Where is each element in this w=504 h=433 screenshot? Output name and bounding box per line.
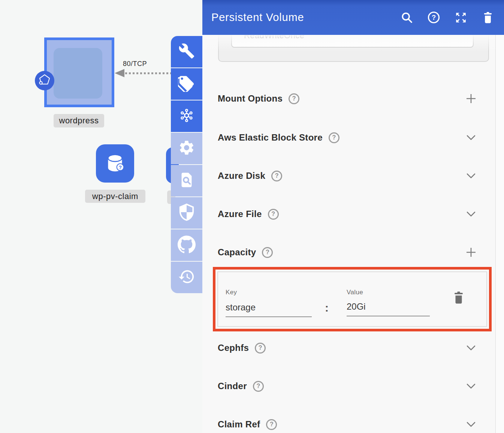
section-title: Cephfs — [218, 343, 249, 353]
add-button[interactable] — [465, 247, 477, 258]
help-icon[interactable]: ? — [329, 132, 339, 143]
toolbar-item-network[interactable] — [171, 100, 202, 132]
gear-icon — [178, 139, 195, 158]
persistent-volume-panel: ReadWriteOnce Persistent Volume ? — [202, 0, 504, 433]
section-title: Claim Ref — [218, 419, 260, 430]
hub-icon — [178, 106, 196, 126]
graph-canvas[interactable]: wordpress 80/TCP ? wp-pv-claim — [0, 0, 202, 433]
svg-text:?: ? — [119, 165, 122, 170]
help-icon[interactable]: ? — [253, 381, 264, 392]
node-wordpress-inner — [54, 48, 102, 99]
help-icon[interactable]: ? — [268, 209, 279, 220]
section-title: Azure Disk — [218, 171, 265, 181]
panel-scrollbar[interactable] — [495, 35, 504, 433]
shield-icon — [178, 204, 195, 222]
help-icon[interactable]: ? — [262, 247, 273, 258]
key-value-separator: : — [325, 301, 329, 314]
delete-icon[interactable] — [481, 11, 494, 24]
section-title: Capacity — [218, 247, 256, 258]
chevron-down-icon[interactable] — [465, 173, 477, 178]
value-label: Value — [347, 289, 363, 296]
section-azure-disk[interactable]: Azure Disk ? — [218, 168, 477, 183]
database-icon: ? — [103, 150, 127, 177]
section-azure-file[interactable]: Azure File ? — [218, 207, 477, 222]
annotation-highlight: Key : Value — [213, 267, 492, 331]
delete-entry-icon[interactable] — [451, 289, 466, 306]
help-icon[interactable]: ? — [427, 11, 440, 24]
key-input[interactable] — [226, 302, 312, 317]
pod-pentagon-icon — [37, 73, 52, 88]
chevron-down-icon[interactable] — [465, 135, 477, 140]
help-icon[interactable]: ? — [255, 343, 266, 354]
toolbar-item-github[interactable] — [171, 229, 202, 261]
section-capacity: Capacity ? — [218, 245, 477, 260]
section-mount-options: Mount Options ? — [218, 91, 477, 106]
capacity-entry-row: Key : Value — [217, 271, 487, 327]
wrench-icon — [178, 43, 195, 61]
toolbar-item-history[interactable] — [171, 262, 202, 293]
section-claim-ref[interactable]: Claim Ref ? — [218, 417, 477, 432]
edge-label: 80/TCP — [123, 60, 147, 68]
history-icon — [178, 268, 195, 287]
panel-title: Persistent Volume — [211, 11, 304, 24]
edge-dotted-line — [125, 72, 171, 74]
toolbar-item-inspect[interactable] — [171, 165, 202, 196]
node-wordpress[interactable] — [44, 37, 114, 107]
node-label-wordpress: wordpress — [54, 114, 104, 127]
github-icon — [178, 235, 196, 255]
edge-arrowhead-icon — [115, 69, 124, 77]
chevron-down-icon[interactable] — [465, 211, 477, 217]
tags-icon — [178, 75, 195, 93]
chevron-down-icon[interactable] — [465, 422, 477, 427]
chevron-down-icon[interactable] — [465, 384, 477, 389]
toolbar-item-labels[interactable] — [171, 68, 202, 100]
section-cephfs[interactable]: Cephfs ? — [218, 340, 477, 355]
toolbar-item-settings[interactable] — [171, 133, 202, 164]
help-icon[interactable]: ? — [266, 419, 277, 430]
help-icon[interactable]: ? — [271, 171, 282, 181]
help-icon[interactable]: ? — [289, 93, 299, 104]
add-button[interactable] — [465, 93, 477, 104]
svg-text:?: ? — [432, 14, 436, 21]
chevron-down-icon[interactable] — [465, 345, 477, 351]
key-label: Key — [226, 289, 237, 296]
section-title: Mount Options — [218, 93, 283, 104]
section-cinder[interactable]: Cinder ? — [218, 379, 477, 394]
expand-icon[interactable] — [454, 11, 467, 24]
header-icons: ? — [400, 11, 494, 24]
panel-header: Persistent Volume ? — [202, 0, 504, 35]
value-input[interactable] — [347, 301, 430, 316]
toolbar-item-security[interactable] — [171, 197, 202, 229]
section-aws-elastic-block-store[interactable]: Aws Elastic Block Store ? — [218, 130, 477, 145]
doc-search-icon — [178, 171, 195, 190]
pod-badge[interactable] — [35, 71, 54, 90]
app-root: wordpress 80/TCP ? wp-pv-claim — [0, 0, 504, 433]
section-title: Azure File — [218, 209, 262, 219]
node-wp-pv-claim[interactable]: ? — [96, 144, 134, 183]
search-icon[interactable] — [400, 11, 413, 24]
section-title: Aws Elastic Block Store — [218, 132, 323, 143]
toolbar-item-tools[interactable] — [171, 36, 202, 67]
node-label-wp-pv-claim: wp-pv-claim — [85, 190, 145, 203]
section-title: Cinder — [218, 381, 247, 391]
